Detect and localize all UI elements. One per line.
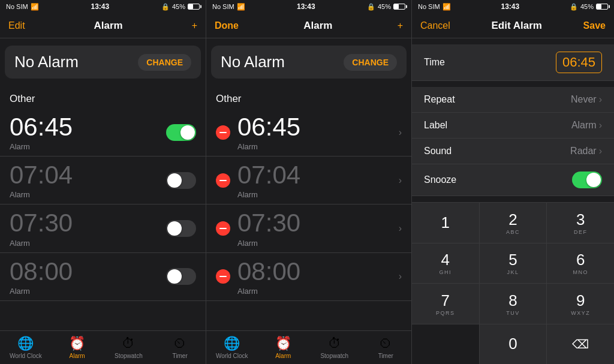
edit-time-block-2: 07:30 Alarm [237,209,392,247]
edit-time-block-1: 07:04 Alarm [237,161,392,199]
alarm-toggle-3[interactable] [166,268,196,285]
edit-alarm-row-1[interactable]: 07:04 Alarm › [206,157,411,204]
tab-bar-2: 🌐 World Clock ⏰ Alarm ⏱ Stopwatch ⏲ Time… [206,330,411,364]
alarm-time-block-3: 08:00 Alarm [10,258,159,296]
edit-time-2: 07:30 [237,209,392,237]
edit-time-block-3: 08:00 Alarm [237,258,392,296]
alarm-toggle-1[interactable] [166,172,196,189]
done-button[interactable]: Done [215,20,239,31]
sound-value: Radar › [570,146,602,157]
carrier-3: No SIM [418,3,440,10]
edit-alarm-row-3[interactable]: 08:00 Alarm › [206,253,411,301]
num-main-4: 4 [441,251,450,269]
change-button-2[interactable]: CHANGE [344,54,397,71]
time-value[interactable]: 06:45 [556,52,602,73]
label-row[interactable]: Label Alarm › [412,113,614,139]
delete-btn-0[interactable] [216,125,230,140]
carrier-2: No SIM [212,3,234,10]
num-key-3[interactable]: 3 DEF [547,203,614,243]
alarm-icon-2: ⏰ [275,336,291,351]
add-alarm-button[interactable]: + [192,20,197,31]
wifi-icon-1: 📶 [31,3,39,11]
num-sub-6: MNO [573,269,588,275]
lock-icon-3: 🔒 [570,3,578,11]
edit-button[interactable]: Edit [8,20,25,31]
status-right-1: 🔒 45% [161,3,200,11]
no-alarm-banner-1: No Alarm CHANGE [5,46,201,79]
tab-world-clock-2[interactable]: 🌐 World Clock [206,331,258,364]
num-key-7[interactable]: 7 PQRS [412,284,479,324]
delete-btn-3[interactable] [216,269,230,284]
alarm-row-2[interactable]: 07:30 Alarm [0,204,206,252]
nav-bar-2: Done Alarm + [206,13,411,38]
num-key-2[interactable]: 2 ABC [480,203,547,243]
tab-world-clock-1[interactable]: 🌐 World Clock [0,331,52,364]
alarm-row-3[interactable]: 08:00 Alarm [0,253,206,301]
num-key-4[interactable]: 4 GHI [412,243,479,284]
num-key-6[interactable]: 6 MNO [547,243,614,284]
snooze-toggle[interactable] [572,172,602,188]
edit-time-block-0: 06:45 Alarm [237,113,392,151]
sound-value-text: Radar [570,146,597,157]
lock-icon-1: 🔒 [161,3,170,11]
tab-alarm-2[interactable]: ⏰ Alarm [258,331,309,364]
repeat-row[interactable]: Repeat Never › [412,87,614,113]
cancel-button[interactable]: Cancel [420,20,450,31]
globe-icon-2: 🌐 [224,336,240,351]
no-alarm-text-1: No Alarm [14,53,79,71]
num-main-2: 2 [508,210,517,229]
battery-pct-2: 45% [378,3,391,10]
alarm-time-block-2: 07:30 Alarm [10,209,159,247]
alarm-toggle-2[interactable] [166,220,196,237]
num-key-1[interactable]: 1 [412,203,479,243]
lock-icon-2: 🔒 [367,3,375,11]
num-main-8: 8 [508,291,517,310]
edit-alarm-row-2[interactable]: 07:30 Alarm › [206,204,411,252]
alarm-row-1[interactable]: 07:04 Alarm [0,157,206,204]
sound-row[interactable]: Sound Radar › [412,139,614,164]
alarm-time-1: 07:04 [10,161,159,189]
alarm-label-3: Alarm [10,287,159,296]
alarm-list-1: 06:45 Alarm 07:04 Alarm 07:30 Alarm [0,109,206,330]
tab-label-timer-1: Timer [173,353,188,359]
nav-bar-3: Cancel Edit Alarm Save [412,13,614,38]
timer-icon-1: ⏲ [173,336,186,351]
tab-stopwatch-2[interactable]: ⏱ Stopwatch [309,331,360,364]
alarm-time-2: 07:30 [10,209,159,237]
change-button-1[interactable]: CHANGE [138,54,191,71]
battery-pct-3: 45% [580,3,594,10]
tab-label-alarm-2: Alarm [275,353,291,359]
tab-timer-1[interactable]: ⏲ Timer [154,331,206,364]
delete-btn-2[interactable] [216,221,230,236]
alarm-time-block-1: 07:04 Alarm [10,161,159,199]
repeat-value: Never › [571,94,602,105]
num-key-9[interactable]: 9 WXYZ [547,284,614,324]
nav-title-2: Alarm [303,20,332,32]
save-button[interactable]: Save [583,20,606,31]
alarm-row-0[interactable]: 06:45 Alarm [0,109,206,157]
tab-bar-1: 🌐 World Clock ⏰ Alarm ⏱ Stopwatch ⏲ Time… [0,330,206,364]
num-key-5[interactable]: 5 JKL [480,243,547,284]
edit-label-2: Alarm [237,239,392,248]
alarm-icon-1: ⏰ [69,336,85,351]
edit-alarm-row-0[interactable]: 06:45 Alarm › [206,109,411,157]
status-bar-2: No SIM 📶 13:43 🔒 45% [206,0,411,13]
alarm-label-2: Alarm [10,239,159,248]
timer-icon-2: ⏲ [379,336,392,351]
num-key-0[interactable]: 0 [480,324,547,365]
clock-1: 13:43 [91,2,109,11]
tab-label-alarm-1: Alarm [70,353,85,359]
tab-stopwatch-1[interactable]: ⏱ Stopwatch [103,331,155,364]
num-sub-3: DEF [574,229,588,235]
num-key-8[interactable]: 8 TUV [480,284,547,324]
add-alarm-button-2[interactable]: + [398,20,403,31]
num-key-backspace[interactable]: ⌫ [547,324,614,365]
time-label: Time [424,57,445,68]
tab-alarm-1[interactable]: ⏰ Alarm [52,331,103,364]
panel-edit-alarm: No SIM 📶 13:43 🔒 45% Cancel Edit Alarm S… [411,0,614,364]
repeat-value-text: Never [571,94,597,105]
delete-btn-1[interactable] [216,173,230,188]
edit-time-1: 07:04 [237,161,392,189]
tab-timer-2[interactable]: ⏲ Timer [360,331,412,364]
alarm-toggle-0[interactable] [166,124,196,141]
